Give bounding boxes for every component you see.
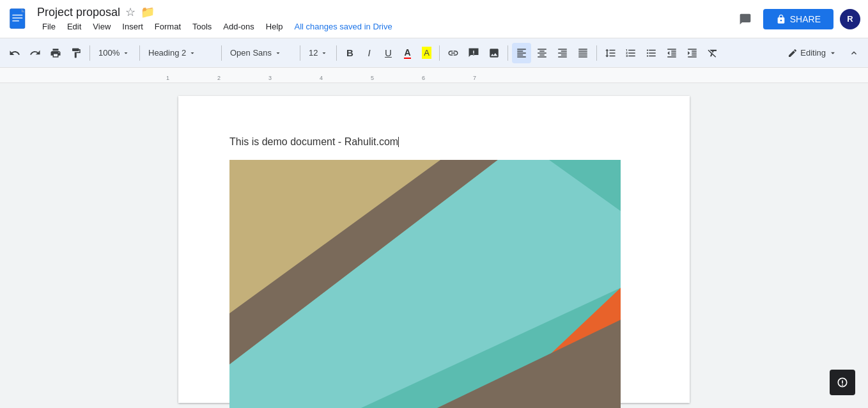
menu-row: File Edit View Insert Format Tools Add-o… bbox=[37, 20, 734, 33]
link-button[interactable] bbox=[444, 43, 463, 63]
collapse-icon bbox=[849, 48, 859, 58]
svg-rect-5 bbox=[12, 20, 19, 21]
document-image bbox=[229, 160, 621, 408]
separator-7 bbox=[508, 45, 508, 61]
separator-2 bbox=[139, 45, 140, 61]
chat-icon bbox=[739, 13, 752, 26]
clear-formatting-button[interactable] bbox=[703, 43, 722, 63]
ruler-mark: 6 bbox=[422, 75, 425, 81]
editing-mode-label: Editing bbox=[800, 48, 826, 58]
ruler-inner: 1 2 3 4 5 6 7 bbox=[166, 68, 678, 82]
menu-tools[interactable]: Tools bbox=[187, 20, 217, 33]
menu-edit[interactable]: Edit bbox=[62, 20, 86, 33]
document-text[interactable]: This is demo document - Rahulit.com bbox=[229, 134, 639, 150]
paint-format-button[interactable] bbox=[66, 43, 86, 63]
title-bar-right: SHARE R bbox=[734, 8, 860, 31]
menu-format[interactable]: Format bbox=[150, 20, 186, 33]
save-status-link[interactable]: All changes saved in Drive bbox=[295, 22, 392, 31]
text-color-button[interactable]: A bbox=[398, 43, 416, 63]
ruler-mark: 3 bbox=[268, 75, 272, 81]
pencil-icon bbox=[787, 48, 798, 58]
font-size-selector[interactable]: 12 bbox=[304, 43, 332, 63]
zoom-value: 100% bbox=[98, 48, 120, 58]
ruler-mark: 5 bbox=[371, 75, 374, 81]
align-right-button[interactable] bbox=[553, 43, 572, 63]
chat-button[interactable] bbox=[734, 8, 757, 31]
folder-icon[interactable]: 📁 bbox=[141, 5, 155, 19]
title-area: Project proposal ☆ 📁 File Edit View Inse… bbox=[37, 5, 734, 33]
ordered-list-button[interactable] bbox=[621, 43, 640, 63]
star-icon[interactable]: ☆ bbox=[125, 5, 136, 19]
ruler: 1 2 3 4 5 6 7 bbox=[0, 68, 868, 83]
share-button[interactable]: SHARE bbox=[763, 9, 833, 29]
font-size-value: 12 bbox=[309, 48, 318, 58]
decrease-indent-button[interactable] bbox=[662, 43, 681, 63]
document-title[interactable]: Project proposal bbox=[37, 6, 120, 19]
editing-mode-button[interactable]: Editing bbox=[781, 43, 844, 63]
font-family-value: Open Sans bbox=[230, 48, 272, 58]
svg-rect-4 bbox=[12, 17, 22, 19]
image-button[interactable] bbox=[484, 43, 504, 63]
menu-file[interactable]: File bbox=[37, 20, 61, 33]
explore-button[interactable] bbox=[830, 370, 855, 395]
separator-8 bbox=[596, 45, 597, 61]
document-page[interactable]: This is demo document - Rahulit.com bbox=[178, 96, 690, 403]
save-status: All changes saved in Drive bbox=[295, 22, 392, 31]
align-center-button[interactable] bbox=[532, 43, 552, 63]
menu-addons[interactable]: Add-ons bbox=[218, 20, 259, 33]
heading-style-selector[interactable]: Heading 2 bbox=[144, 43, 217, 63]
separator-6 bbox=[439, 45, 440, 61]
menu-insert[interactable]: Insert bbox=[117, 20, 148, 33]
menu-help[interactable]: Help bbox=[261, 20, 288, 33]
collapse-toolbar-button[interactable] bbox=[845, 43, 863, 63]
ruler-mark: 1 bbox=[166, 75, 169, 81]
ruler-mark: 4 bbox=[320, 75, 323, 81]
explore-icon bbox=[836, 376, 849, 389]
lock-icon bbox=[776, 14, 786, 24]
bold-button[interactable]: B bbox=[341, 43, 359, 63]
heading-style-value: Heading 2 bbox=[148, 48, 186, 58]
highlight-color-button[interactable]: A bbox=[417, 43, 435, 63]
font-size-chevron-icon bbox=[320, 49, 328, 57]
underline-button[interactable]: U bbox=[379, 43, 397, 63]
comment-button[interactable] bbox=[464, 43, 483, 63]
separator-3 bbox=[221, 45, 222, 61]
svg-rect-3 bbox=[12, 14, 22, 15]
redo-button[interactable] bbox=[26, 43, 45, 63]
zoom-selector[interactable]: 100% bbox=[94, 43, 136, 63]
title-row: Project proposal ☆ 📁 bbox=[37, 5, 734, 19]
page-container[interactable]: This is demo document - Rahulit.com bbox=[0, 83, 868, 408]
undo-button[interactable] bbox=[5, 43, 24, 63]
editing-chevron-icon bbox=[828, 49, 837, 58]
ruler-mark: 7 bbox=[473, 75, 476, 81]
font-family-selector[interactable]: Open Sans bbox=[226, 43, 296, 63]
ruler-mark: 2 bbox=[217, 75, 221, 81]
justify-button[interactable] bbox=[573, 43, 593, 63]
align-left-button[interactable] bbox=[512, 43, 531, 63]
doc-icon bbox=[8, 8, 31, 31]
heading-chevron-icon bbox=[189, 49, 196, 57]
text-cursor bbox=[398, 137, 399, 147]
share-label: SHARE bbox=[790, 14, 821, 24]
bulleted-list-button[interactable] bbox=[642, 43, 661, 63]
geometric-image bbox=[229, 160, 621, 408]
account-avatar[interactable]: R bbox=[840, 9, 860, 29]
zoom-chevron-icon bbox=[122, 49, 130, 57]
toolbar: 100% Heading 2 Open Sans 12 B I U A A bbox=[0, 38, 868, 68]
increase-indent-button[interactable] bbox=[683, 43, 702, 63]
separator-4 bbox=[300, 45, 300, 61]
print-button[interactable] bbox=[46, 43, 65, 63]
main-area: This is demo document - Rahulit.com bbox=[0, 83, 868, 408]
title-bar: Project proposal ☆ 📁 File Edit View Inse… bbox=[0, 0, 868, 38]
separator-1 bbox=[89, 45, 90, 61]
separator-5 bbox=[336, 45, 337, 61]
menu-view[interactable]: View bbox=[88, 20, 116, 33]
line-spacing-button[interactable] bbox=[601, 43, 620, 63]
font-chevron-icon bbox=[274, 49, 282, 57]
italic-button[interactable]: I bbox=[360, 43, 378, 63]
